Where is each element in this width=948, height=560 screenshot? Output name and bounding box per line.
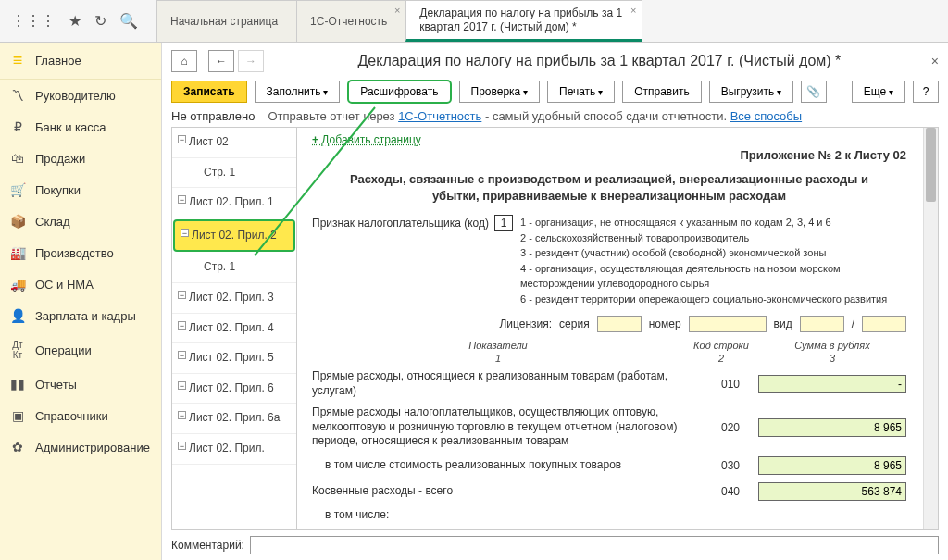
forward-button[interactable]: → <box>238 50 264 72</box>
sidebar-item-manager[interactable]: 〽Руководителю <box>0 80 161 111</box>
collapse-icon[interactable]: − <box>178 135 186 143</box>
tree-item[interactable]: Стр. 1 <box>172 253 296 283</box>
tab-declaration[interactable]: Декларация по налогу на прибыль за 1 ква… <box>405 0 642 42</box>
form-heading: Расходы, связанные с производством и реа… <box>340 171 879 204</box>
tree-item[interactable]: −Лист 02. Прил. <box>172 434 296 465</box>
tree-item-selected[interactable]: −Лист 02. Прил. 2 <box>173 219 295 253</box>
books-icon: ▣ <box>9 408 26 423</box>
print-button[interactable]: Печать <box>547 81 615 103</box>
help-button[interactable]: ? <box>913 81 939 103</box>
send-button[interactable]: Отправить <box>622 81 702 103</box>
appendix-caption: Приложение № 2 к Листу 02 <box>312 148 906 162</box>
box-icon: 📦 <box>9 214 26 229</box>
collapse-icon[interactable]: − <box>178 291 186 299</box>
tree-item[interactable]: −Лист 02. Прил. 3 <box>172 283 296 314</box>
sidebar-item-reports[interactable]: ▮▮Отчеты <box>0 368 161 400</box>
license-kind1-input[interactable] <box>800 316 844 332</box>
collapse-icon[interactable]: − <box>178 411 186 419</box>
sidebar-item-warehouse[interactable]: 📦Склад <box>0 205 161 237</box>
add-page-link[interactable]: Добавить страницу <box>312 133 421 146</box>
collapse-icon[interactable]: − <box>181 229 189 237</box>
sidebar-item-payroll[interactable]: 👤Зарплата и кадры <box>0 300 161 331</box>
history-icon[interactable]: ↻ <box>94 12 106 30</box>
bag-icon: 🛍 <box>9 151 26 166</box>
back-button[interactable]: ← <box>208 50 234 72</box>
close-icon[interactable]: × <box>630 5 636 16</box>
comment-row: Комментарий: <box>171 536 939 554</box>
tab-start[interactable]: Начальная страница <box>156 0 297 42</box>
column-headers: Показатели Код строки Сумма в рублях <box>312 340 906 351</box>
collapse-icon[interactable]: − <box>178 321 186 330</box>
export-button[interactable]: Выгрузить <box>709 81 793 103</box>
sidebar-item-catalogs[interactable]: ▣Справочники <box>0 400 161 431</box>
menu-icon: ≡ <box>9 51 26 70</box>
tree-item[interactable]: −Лист 02. Прил. 1 <box>172 188 296 218</box>
data-row-010: Прямые расходы, относящиеся к реализован… <box>312 369 906 398</box>
sidebar-item-operations[interactable]: ДтКтОперации <box>0 331 161 368</box>
taxpayer-code-box[interactable]: 1 <box>494 215 513 231</box>
value-020[interactable] <box>758 418 906 437</box>
link-1c-report[interactable]: 1С-Отчетность <box>398 109 481 123</box>
save-button[interactable]: Записать <box>171 81 247 103</box>
tree-item[interactable]: Стр. 1 <box>172 158 296 189</box>
data-row-incl: в том числе: <box>312 508 906 523</box>
sidebar-item-production[interactable]: 🏭Производство <box>0 237 161 268</box>
apps-icon[interactable]: ⋮⋮⋮ <box>11 12 56 30</box>
home-button[interactable]: ⌂ <box>171 50 197 72</box>
code-legend: 1 - организация, не относящаяся к указан… <box>520 215 900 306</box>
collapse-icon[interactable]: − <box>178 381 186 390</box>
license-series-input[interactable] <box>597 316 642 332</box>
license-kind2-input[interactable] <box>862 316 906 332</box>
gear-icon: ✿ <box>9 440 26 454</box>
fill-button[interactable]: Заполнить <box>255 81 341 103</box>
license-number-input[interactable] <box>689 316 767 332</box>
attach-button[interactable]: 📎 <box>801 81 827 103</box>
taxpayer-row: Признак налогоплательщика (код) 1 1 - ор… <box>312 215 906 306</box>
tree-item[interactable]: −Лист 02. Прил. 4 <box>172 314 296 344</box>
sidebar-item-admin[interactable]: ✿Администрирование <box>0 431 161 463</box>
value-040[interactable] <box>758 482 906 501</box>
data-row-030: в том числе стоимость реализованных поку… <box>312 456 906 475</box>
decode-button[interactable]: Расшифровать <box>347 80 451 104</box>
tabs: Начальная страница 1С-Отчетность × Декла… <box>156 0 642 42</box>
status-label: Не отправлено <box>171 109 255 123</box>
check-button[interactable]: Проверка <box>459 81 541 103</box>
collapse-icon[interactable]: − <box>178 195 186 204</box>
sidebar-item-main[interactable]: ≡Главное <box>0 43 161 80</box>
form-area: Добавить страницу Приложение № 2 к Листу… <box>297 128 923 529</box>
tree-item[interactable]: −Лист 02. Прил. 6 <box>172 374 296 404</box>
main-area: ⌂ ← → Декларация по налогу на прибыль за… <box>162 43 948 560</box>
data-row-040: Косвенные расходы - всего 040 <box>312 482 906 501</box>
close-icon[interactable]: × <box>394 5 400 16</box>
sidebar: ≡Главное 〽Руководителю ₽Банк и касса 🛍Пр… <box>0 43 162 560</box>
truck-icon: 🚚 <box>9 277 26 292</box>
factory-icon: 🏭 <box>9 245 26 260</box>
tree-item[interactable]: −Лист 02. Прил. 6а <box>172 404 296 434</box>
toolbar: Записать Заполнить Расшифровать Проверка… <box>171 80 939 104</box>
star-icon[interactable]: ★ <box>69 12 81 30</box>
column-subheaders: 1 2 3 <box>312 353 906 364</box>
status-hint: Отправьте отчет через 1С-Отчетность - са… <box>268 109 802 123</box>
sidebar-item-bank[interactable]: ₽Банк и касса <box>0 111 161 143</box>
status-row: Не отправлено Отправьте отчет через 1С-О… <box>171 109 939 123</box>
close-button[interactable]: × <box>931 54 939 68</box>
comment-input[interactable] <box>250 536 939 554</box>
collapse-icon[interactable]: − <box>178 351 186 359</box>
page-title: Декларация по налогу на прибыль за 1 ква… <box>268 53 931 69</box>
sidebar-item-sales[interactable]: 🛍Продажи <box>0 143 161 174</box>
sidebar-item-assets[interactable]: 🚚ОС и НМА <box>0 268 161 300</box>
cart-icon: 🛒 <box>9 182 26 197</box>
value-010[interactable] <box>758 375 906 393</box>
tree-item[interactable]: −Лист 02. Прил. 5 <box>172 343 296 374</box>
sidebar-item-purchases[interactable]: 🛒Покупки <box>0 174 161 205</box>
top-icons: ⋮⋮⋮ ★ ↻ 🔍 <box>0 0 149 42</box>
collapse-icon[interactable]: − <box>178 442 186 450</box>
more-button[interactable]: Еще <box>852 81 905 103</box>
tab-1c-report[interactable]: 1С-Отчетность × <box>296 0 406 42</box>
scrollbar[interactable] <box>923 128 938 529</box>
value-030[interactable] <box>758 456 906 475</box>
tree-item[interactable]: −Лист 02 <box>172 128 296 158</box>
search-icon[interactable]: 🔍 <box>119 12 138 30</box>
link-all-ways[interactable]: Все способы <box>730 109 802 123</box>
dtkt-icon: ДтКт <box>9 340 26 360</box>
